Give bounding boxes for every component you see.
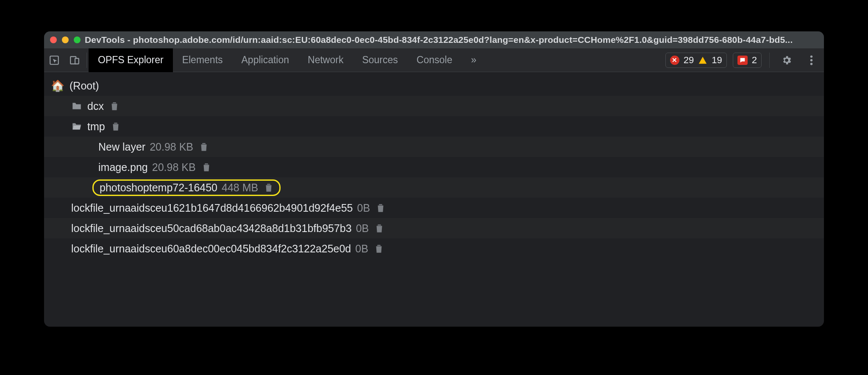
file-row[interactable]: New layer 20.98 KB (44, 137, 824, 157)
trash-icon[interactable] (263, 182, 274, 193)
devtools-window: DevTools - photoshop.adobe.com/id/urn:aa… (44, 31, 824, 327)
folder-row[interactable]: tmp (44, 116, 824, 137)
file-row[interactable]: lockfile_urnaaidsceu60a8dec00ec045bd834f… (44, 238, 824, 259)
trash-icon[interactable] (373, 243, 384, 254)
error-icon: ✕ (670, 56, 679, 65)
window-title: DevTools - photoshop.adobe.com/id/urn:aa… (85, 35, 818, 45)
tab-elements[interactable]: Elements (173, 48, 232, 72)
close-window-icon[interactable] (50, 36, 57, 43)
folder-open-icon (71, 121, 82, 132)
svg-point-3 (810, 55, 812, 57)
devtools-toolbar: OPFS Explorer Elements Application Netwo… (44, 48, 824, 72)
error-count: 29 (684, 55, 694, 66)
file-row-highlighted[interactable]: photoshoptemp72-16450 448 MB (44, 177, 824, 198)
chat-icon (737, 56, 748, 65)
file-row[interactable]: lockfile_urnaaidsceu50cad68ab0ac43428a8d… (44, 218, 824, 238)
folder-row[interactable]: dcx (44, 96, 824, 116)
tabs-overflow-button[interactable]: » (462, 48, 486, 72)
highlight-annotation: photoshoptemp72-16450 448 MB (92, 179, 281, 196)
traffic-lights (50, 36, 81, 43)
trash-icon[interactable] (110, 121, 121, 132)
fullscreen-window-icon[interactable] (74, 36, 81, 43)
chat-count: 2 (752, 55, 757, 66)
svg-rect-2 (75, 58, 79, 64)
svg-point-5 (810, 62, 812, 64)
opfs-tree: 🏠 (Root) dcx tmp New layer 20.98 KB (44, 72, 824, 327)
svg-point-4 (810, 59, 812, 61)
separator (86, 53, 87, 68)
separator (769, 53, 770, 68)
tab-console[interactable]: Console (407, 48, 462, 72)
warning-icon (698, 56, 707, 65)
settings-button[interactable] (777, 48, 796, 72)
device-toolbar-button[interactable] (64, 48, 85, 72)
trash-icon[interactable] (374, 223, 385, 234)
tree-root[interactable]: 🏠 (Root) (44, 76, 824, 96)
tab-sources[interactable]: Sources (353, 48, 407, 72)
more-menu-button[interactable] (802, 48, 821, 72)
trash-icon[interactable] (198, 141, 209, 152)
home-icon: 🏠 (51, 80, 64, 91)
panel-tabs: OPFS Explorer Elements Application Netwo… (89, 48, 486, 72)
chat-counter[interactable]: 2 (733, 53, 762, 68)
tab-opfs-explorer[interactable]: OPFS Explorer (89, 48, 173, 72)
file-row[interactable]: image.png 20.98 KB (44, 157, 824, 177)
titlebar: DevTools - photoshop.adobe.com/id/urn:aa… (44, 31, 824, 48)
tab-application[interactable]: Application (232, 48, 299, 72)
trash-icon[interactable] (375, 202, 386, 213)
warning-count: 19 (712, 55, 722, 66)
minimize-window-icon[interactable] (62, 36, 69, 43)
file-row[interactable]: lockfile_urnaaidsceu1621b1647d8d4166962b… (44, 198, 824, 218)
trash-icon[interactable] (109, 101, 120, 112)
trash-icon[interactable] (201, 162, 212, 173)
folder-icon (71, 101, 82, 112)
inspect-element-button[interactable] (44, 48, 64, 72)
tab-network[interactable]: Network (298, 48, 353, 72)
issues-counter[interactable]: ✕ 29 19 (665, 53, 727, 68)
